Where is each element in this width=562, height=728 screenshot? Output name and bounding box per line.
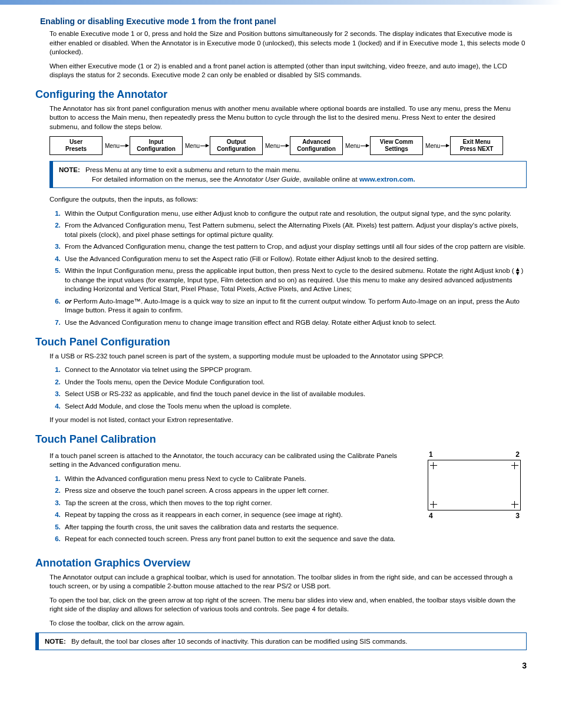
tcal-step-2: Press size and observe the touch panel s… (62, 486, 412, 496)
menu-line1: Exit Menu (462, 139, 490, 145)
heading-touch-calibration: Touch Panel Calibration (35, 433, 527, 446)
config-step-4: Use the Advanced Configuration menu to s… (62, 255, 527, 264)
para-anno-2: To open the tool bar, click on the green… (49, 596, 527, 614)
para-exec-1: To enable Executive mode 1 or 0, press a… (49, 29, 527, 57)
note-line2: For detailed information on the menus, s… (92, 174, 520, 184)
note-label: NOTE: (59, 166, 80, 173)
menu-line2: Settings (385, 146, 408, 152)
menu-box-output-config: Output Configuration (210, 136, 263, 155)
menu-line1: Input (149, 139, 163, 145)
heading-exec-mode: Enabling or disabling Executive mode 1 f… (40, 17, 527, 26)
tcfg-step-4: Select Add Module, and close the Tools m… (62, 402, 527, 411)
fig-num-1: 1 (429, 450, 433, 459)
heading-touch-config: Touch Panel Configuration (35, 336, 527, 348)
menu-box-advanced-config: Advanced Configuration (290, 136, 343, 155)
note-text: , available online at (299, 176, 359, 183)
note-text: By default, the tool bar closes after 10… (71, 638, 407, 645)
para-anno-1: The Annotator output can include a graph… (49, 573, 527, 591)
menu-box-input-config: Input Configuration (130, 136, 183, 155)
touch-cal-steps: Within the Advanced configuration menu p… (49, 475, 412, 544)
config-step-3: From the Advanced Configuration menu, ch… (62, 242, 527, 252)
menu-flow-diagram: User Presets Menu Input Configuration Me… (49, 136, 527, 155)
link-extron[interactable]: www.extron.com. (359, 176, 415, 183)
menu-box-exit-menu: Exit Menu Press NEXT (450, 136, 503, 155)
menu-box-view-comm: View Comm Settings (370, 136, 423, 155)
tcfg-step-1: Connect to the Annotator via telnet usin… (62, 365, 527, 375)
menu-arrow: Menu (343, 143, 370, 149)
menu-line1: Output (227, 139, 246, 145)
step6-or: or (65, 298, 72, 305)
tcfg-step-2: Under the Tools menu, open the Device Mo… (62, 378, 527, 387)
menu-arrow: Menu (103, 143, 130, 149)
config-steps-list: Within the Output Configuration menu, us… (49, 209, 527, 328)
calibration-rect (428, 460, 521, 510)
menu-arrow-label: Menu (425, 143, 440, 149)
menu-line2: Press NEXT (460, 146, 494, 152)
tcal-step-4: Repeat by tapping the cross as it reappe… (62, 510, 412, 520)
menu-line1: User (70, 139, 82, 145)
fig-num-2: 2 (515, 450, 520, 459)
note-box-menu: NOTE: Press Menu at any time to exit a s… (49, 161, 527, 188)
heading-annotation-overview: Annotation Graphics Overview (35, 557, 527, 569)
config-step-6: or Perform Auto-Image™. Auto-Image is a … (62, 297, 527, 315)
menu-arrow: Menu (263, 143, 290, 149)
para-anno-3: To close the toolbar, click on the arrow… (49, 619, 527, 628)
menu-arrow-label: Menu (105, 143, 120, 149)
menu-line2: Configuration (217, 146, 256, 152)
touch-config-steps: Connect to the Annotator via telnet usin… (49, 365, 527, 411)
para-exec-2: When either Executive mode (1 or 2) is e… (49, 62, 527, 80)
menu-line2: Configuration (297, 146, 336, 152)
cross-icon (430, 462, 437, 469)
para-config-intro: The Annotator has six front panel config… (49, 104, 527, 132)
step5-part1: Within the Input Configuration menu, pre… (65, 267, 514, 274)
header-gradient-bar (0, 0, 562, 5)
fig-num-4: 4 (429, 512, 433, 520)
menu-arrow: Menu (423, 143, 450, 149)
updown-icon: ▲▼ (515, 267, 521, 275)
note-guide-title: Annotator User Guide (234, 176, 299, 183)
menu-line1: View Comm (380, 139, 414, 145)
menu-line2: Presets (65, 146, 87, 152)
para-config-outputs: Configure the outputs, then the inputs, … (49, 195, 527, 205)
para-touch-config: If a USB or RS-232 touch panel screen is… (49, 352, 527, 361)
tcal-step-6: Repeat for each connected touch screen. … (62, 535, 412, 544)
note-text: For detailed information on the menus, s… (92, 176, 234, 183)
para-touch-cal: If a touch panel screen is attached to t… (49, 452, 412, 470)
menu-arrow-label: Menu (185, 143, 200, 149)
heading-configuring: Configuring the Annotator (35, 88, 527, 101)
menu-arrow-label: Menu (265, 143, 280, 149)
tcal-step-1: Within the Advanced configuration menu p… (62, 475, 412, 484)
config-step-5: Within the Input Configuration menu, pre… (62, 266, 527, 294)
note-box-toolbar: NOTE: By default, the tool bar closes af… (35, 633, 527, 650)
menu-box-user-presets: User Presets (49, 136, 103, 155)
cross-icon (430, 501, 437, 508)
note-line1: Press Menu at any time to exit a submenu… (85, 166, 301, 173)
fig-num-3: 3 (515, 512, 520, 520)
para-touch-config-2: If your model is not listed, contact you… (49, 416, 527, 425)
page-content: Enabling or disabling Executive mode 1 f… (0, 17, 562, 688)
tcal-step-3: Tap the screen at the cross, which then … (62, 499, 412, 508)
cross-icon (511, 501, 518, 508)
step6-text: Perform Auto-Image™. Auto-Image is a qui… (65, 298, 520, 314)
note-label: NOTE: (45, 638, 66, 645)
tcfg-step-3: Select USB or RS-232 as applicable, and … (62, 390, 527, 399)
config-step-1: Within the Output Configuration menu, us… (62, 209, 527, 219)
menu-line1: Advanced (302, 139, 330, 145)
config-step-7: Use the Advanced Configuration menu to c… (62, 318, 527, 328)
calibration-figure: 12 43 (424, 450, 524, 520)
menu-arrow: Menu (183, 143, 210, 149)
config-step-2: From the Advanced Configuration menu, Te… (62, 221, 527, 239)
tcal-step-5: After tapping the fourth cross, the unit… (62, 523, 412, 532)
menu-line2: Configuration (137, 146, 176, 152)
menu-arrow-label: Menu (345, 143, 360, 149)
page-number: 3 (35, 661, 527, 670)
cross-icon (511, 462, 518, 469)
